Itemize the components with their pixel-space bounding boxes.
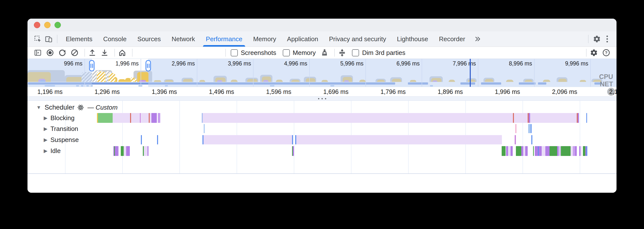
track-event-bar[interactable] [575, 146, 577, 156]
track-event-bar[interactable] [204, 135, 292, 144]
track-event-bar[interactable] [293, 146, 294, 156]
track-event-bar[interactable] [508, 146, 510, 156]
dim-3rd-parties-checkbox[interactable]: Dim 3rd parties [352, 49, 405, 57]
upload-profile-icon[interactable] [87, 48, 97, 58]
live-metrics-home-icon[interactable] [117, 48, 127, 58]
tab-lighthouse[interactable]: Lighthouse [392, 31, 434, 47]
track-row-idle[interactable]: ▶ Idle [44, 146, 60, 156]
tab-console[interactable]: Console [98, 31, 132, 47]
track-event-bar[interactable] [531, 124, 532, 133]
track-event-bar[interactable] [515, 135, 516, 144]
track-row-suspense[interactable]: ▶ Suspense [44, 135, 79, 145]
flamechart-tracks-pane[interactable]: ▼ Scheduler — Custom ▶ Blocking ▶ Transi [28, 101, 616, 173]
help-icon[interactable]: ? [601, 48, 611, 58]
track-event-bar[interactable] [296, 135, 502, 144]
toggle-sidebar-icon[interactable] [33, 48, 43, 58]
download-profile-icon[interactable] [100, 48, 110, 58]
track-event-bar[interactable] [531, 135, 532, 144]
track-event-bar[interactable] [521, 146, 523, 156]
track-event-bar[interactable] [115, 146, 118, 156]
close-window-button[interactable] [34, 22, 40, 28]
track-event-bar[interactable] [98, 113, 113, 123]
capture-settings-gear-icon[interactable] [589, 48, 599, 58]
collapse-triangle-icon[interactable]: ▼ [36, 105, 41, 110]
track-event-bar[interactable] [141, 135, 142, 144]
track-event-bar[interactable] [539, 146, 542, 156]
pane-resize-handle[interactable] [28, 96, 616, 101]
inspect-icon[interactable] [32, 34, 43, 44]
minimize-window-button[interactable] [44, 22, 50, 28]
expand-triangle-icon[interactable]: ▶ [44, 137, 47, 143]
tab-performance[interactable]: Performance [200, 31, 248, 47]
track-event-bar[interactable] [124, 146, 126, 156]
timeline-overview-pane[interactable]: 996 ms1,996 ms2,996 ms3,996 ms4,996 ms5,… [28, 59, 616, 87]
track-event-bar[interactable] [516, 146, 521, 156]
track-row-transition[interactable]: ▶ Transition [44, 124, 78, 134]
track-event-bar[interactable] [550, 146, 557, 156]
tab-privacy-and-security[interactable]: Privacy and security [324, 31, 392, 47]
tab-application[interactable]: Application [282, 31, 324, 47]
track-event-bar[interactable] [530, 113, 577, 123]
track-event-bar[interactable] [514, 113, 528, 123]
track-event-bar[interactable] [578, 113, 579, 123]
track-event-bar[interactable] [523, 146, 525, 156]
track-event-bar[interactable] [542, 146, 545, 156]
track-event-bar[interactable] [204, 124, 205, 133]
track-event-bar[interactable] [573, 146, 575, 156]
track-event-bar[interactable] [560, 146, 560, 156]
track-event-bar[interactable] [121, 146, 124, 156]
track-event-bar[interactable] [118, 146, 119, 156]
track-event-bar[interactable] [580, 146, 582, 156]
collect-garbage-broom-icon[interactable] [320, 48, 329, 58]
track-event-bar[interactable] [506, 146, 508, 156]
selection-handle-left[interactable] [89, 60, 94, 71]
track-event-bar[interactable] [148, 146, 148, 156]
record-icon[interactable] [45, 48, 55, 58]
track-event-bar[interactable] [158, 113, 160, 123]
compress-rows-icon[interactable] [337, 48, 347, 58]
track-event-bar[interactable] [292, 135, 293, 144]
screenshots-checkbox[interactable]: Screenshots [231, 49, 276, 57]
track-event-bar[interactable] [131, 113, 140, 123]
tab-elements[interactable]: Elements [60, 31, 98, 47]
track-event-bar[interactable] [583, 146, 585, 156]
zoom-window-button[interactable] [54, 22, 61, 28]
track-event-bar[interactable] [561, 146, 570, 156]
track-event-bar[interactable] [113, 113, 130, 123]
track-event-bar[interactable] [586, 146, 587, 156]
track-event-bar[interactable] [570, 146, 573, 156]
tab-sources[interactable]: Sources [132, 31, 166, 47]
track-event-bar[interactable] [157, 135, 158, 144]
track-event-bar[interactable] [525, 146, 528, 156]
track-event-bar[interactable] [126, 146, 130, 156]
clear-icon[interactable] [70, 48, 80, 58]
track-event-bar[interactable] [152, 113, 157, 123]
more-tabs-button[interactable] [470, 35, 485, 43]
tab-recorder[interactable]: Recorder [434, 31, 470, 47]
tab-memory[interactable]: Memory [248, 31, 282, 47]
track-event-bar[interactable] [144, 146, 148, 156]
record-and-reload-icon[interactable] [58, 48, 67, 58]
selection-handle-right[interactable] [146, 60, 151, 71]
track-event-bar[interactable] [535, 146, 538, 156]
track-event-bar[interactable] [502, 146, 506, 156]
track-event-bar[interactable] [545, 146, 550, 156]
device-toolbar-icon[interactable] [43, 34, 54, 44]
track-event-bar[interactable] [528, 124, 531, 133]
expand-triangle-icon[interactable]: ▶ [44, 126, 47, 132]
track-event-bar[interactable] [516, 124, 516, 133]
track-event-bar[interactable] [557, 146, 559, 156]
track-event-bar[interactable] [533, 146, 534, 156]
track-event-bar[interactable] [203, 113, 513, 123]
track-event-bar[interactable] [586, 113, 587, 123]
track-row-blocking[interactable]: ▶ Blocking [44, 113, 74, 123]
tab-network[interactable]: Network [166, 31, 200, 47]
track-event-bar[interactable] [510, 146, 513, 156]
settings-gear-icon[interactable] [592, 34, 602, 44]
expand-triangle-icon[interactable]: ▶ [44, 148, 47, 154]
more-options-kebab-icon[interactable] [602, 34, 612, 44]
track-event-bar[interactable] [150, 113, 152, 123]
memory-checkbox[interactable]: Memory [283, 49, 316, 57]
track-group-header[interactable]: ▼ Scheduler — Custom [36, 103, 118, 112]
track-event-bar[interactable] [141, 113, 149, 123]
